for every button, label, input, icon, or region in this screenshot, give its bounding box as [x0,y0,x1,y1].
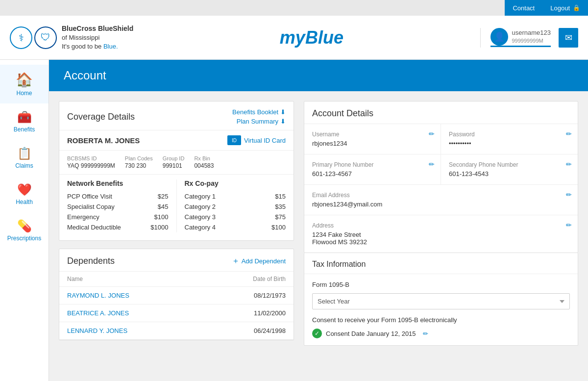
edit-username-icon[interactable]: ✏ [429,130,435,138]
contact-button[interactable]: Contact [505,0,542,16]
edit-secondary-phone-icon[interactable]: ✏ [566,160,572,168]
coverage-links: Benefits Booklet ⬇ Plan Summary ⬇ [232,108,286,125]
rx-cat2: Category 2 $35 [185,202,286,212]
dependent-row-0: RAYMOND L. JONES 08/12/1973 [59,287,294,305]
download-icon: ⬇ [280,108,286,116]
dependents-card: Dependents ＋ Add Dependent Name Date of … [59,249,294,340]
dependent-name-1[interactable]: BEATRICE A. JONES [67,309,129,317]
logout-button[interactable]: Logout 🔒 [542,0,588,16]
edit-primary-phone-icon[interactable]: ✏ [429,160,435,168]
dependent-name-0[interactable]: RAYMOND L. JONES [67,292,129,299]
rx-cat1: Category 1 $15 [185,191,286,202]
account-details-card: Account Details Username rbjones1234 ✏ P… [304,101,578,253]
sidebar-item-health[interactable]: ❤️ Health [0,176,49,212]
rx-bin-group: Rx Bin 004583 [194,155,214,169]
dependent-row-1: BEATRICE A. JONES 11/02/2000 [59,305,294,322]
dependents-header: Dependents ＋ Add Dependent [59,249,294,272]
group-id-group: Group ID 999101 [163,155,185,169]
lock-icon: 🔒 [573,4,580,11]
logo-circle-right: 🛡 [34,26,57,49]
plan-summary-link[interactable]: Plan Summary ⬇ [237,118,286,125]
sidebar: 🏠 Home 🧰 Benefits 📋 Claims ❤️ Health 💊 P… [0,60,49,381]
id-card-icon: ID [227,135,241,145]
brand-logo: myBlue [280,27,343,48]
coverage-ids: BCBSMS ID YAQ 999999999M Plan Codes 730 … [59,151,294,175]
benefit-deductible: Medical Deductible $1000 [67,222,169,232]
edit-email-icon[interactable]: ✏ [566,191,572,199]
edit-consent-icon[interactable]: ✏ [423,330,428,337]
dependents-col-headers: Name Date of Birth [59,272,294,287]
year-select[interactable]: Select Year 2014 2015 [312,293,570,309]
check-icon: ✓ [312,329,322,338]
secondary-phone-field: Secondary Phone Number 601-123-4543 ✏ [441,154,578,185]
coverage-details-card: Coverage Details Benefits Booklet ⬇ Plan… [59,101,294,241]
brand-area: myBlue [143,27,480,48]
coverage-header: Coverage Details Benefits Booklet ⬇ Plan… [59,102,294,130]
address-field: Address 1234 Fake Street Flowood MS 3923… [304,215,578,253]
consent-text: Consent to receive your Form 1095-B elec… [312,316,570,324]
plus-icon: ＋ [232,256,240,266]
edit-address-icon[interactable]: ✏ [566,221,572,229]
home-icon: 🏠 [16,72,33,88]
logo-icons: ⚕ 🛡 [10,26,57,49]
user-info-wrap: 👤 username123 999999999M [490,28,551,47]
benefit-pcp: PCP Office Visit $25 [67,191,169,202]
left-column: Coverage Details Benefits Booklet ⬇ Plan… [59,101,294,346]
coverage-member: ROBERTA M. JONES ID Virtual ID Card [59,130,294,151]
benefit-specialist: Specialist Copay $45 [67,202,169,212]
top-bar: Contact Logout 🔒 [0,0,588,16]
sidebar-item-prescriptions[interactable]: 💊 Prescriptions [0,212,49,249]
tax-content: Form 1095-B Select Year 2014 2015 Consen… [304,274,578,345]
tax-info-card: Tax Information Form 1095-B Select Year … [304,253,578,346]
tax-title: Tax Information [304,253,578,274]
username-field: Username rbjones1234 ✏ [304,124,441,154]
main-content: Coverage Details Benefits Booklet ⬇ Plan… [49,91,588,356]
sidebar-item-benefits[interactable]: 🧰 Benefits [0,103,49,140]
page-header: Account [49,60,588,91]
logo-text: BlueCross BlueShield of Mississippi It's… [62,24,133,51]
benefits-booklet-link[interactable]: Benefits Booklet ⬇ [232,108,286,116]
prescriptions-icon: 💊 [17,219,32,233]
sidebar-item-home[interactable]: 🏠 Home [0,65,49,103]
benefit-emergency: Emergency $100 [67,212,169,222]
plan-codes-group: Plan Codes 730 230 [125,155,153,169]
rx-cat4: Category 4 $100 [185,222,286,232]
user-area: 👤 username123 999999999M ✉ [480,28,588,48]
sidebar-item-claims[interactable]: 📋 Claims [0,140,49,176]
benefits-table: Network Benefits PCP Office Visit $25 Sp… [59,175,294,240]
download-icon-2: ⬇ [280,118,286,125]
logo-circle-left: ⚕ [10,26,32,49]
email-field: Email Address rbjones1234@ymail.com ✏ [304,185,578,215]
health-icon: ❤️ [17,183,32,197]
header: ⚕ 🛡 BlueCross BlueShield of Mississippi … [0,16,588,60]
dependent-row-2: LENNARD Y. JONES 06/24/1998 [59,322,294,340]
bcbsms-id-group: BCBSMS ID YAQ 999999999M [67,155,115,169]
rx-copay-col: Rx Co-pay Category 1 $15 Category 2 $35 … [185,179,286,232]
rx-cat3: Category 3 $75 [185,212,286,222]
dependent-name-2[interactable]: LENNARD Y. JONES [67,327,127,334]
layout: 🏠 Home 🧰 Benefits 📋 Claims ❤️ Health 💊 P… [0,60,588,381]
avatar: 👤 [490,28,508,46]
network-benefits-col: Network Benefits PCP Office Visit $25 Sp… [67,179,169,232]
user-info: 👤 username123 999999999M [490,28,551,46]
claims-icon: 📋 [17,147,32,160]
edit-password-icon[interactable]: ✏ [566,130,572,138]
form-label: Form 1095-B [312,281,570,288]
benefits-icon: 🧰 [17,110,32,124]
account-details-title: Account Details [304,102,578,124]
account-grid: Username rbjones1234 ✏ Password ••••••••… [304,124,578,253]
user-details: username123 999999999M [512,28,551,45]
virtual-id-button[interactable]: ID Virtual ID Card [227,135,286,145]
add-dependent-button[interactable]: ＋ Add Dependent [232,256,286,266]
benefits-divider [176,179,177,232]
page-title: Account [64,69,106,82]
primary-phone-field: Primary Phone Number 601-123-4567 ✏ [304,154,441,185]
mail-icon[interactable]: ✉ [559,28,578,48]
logo: ⚕ 🛡 BlueCross BlueShield of Mississippi … [0,24,143,51]
consent-date: ✓ Consent Date January 12, 2015 ✏ [312,329,570,338]
password-field: Password •••••••••• ✏ [441,124,578,154]
page-content: Account Coverage Details Benefits Bookle… [49,60,588,381]
right-column: Account Details Username rbjones1234 ✏ P… [304,101,578,346]
